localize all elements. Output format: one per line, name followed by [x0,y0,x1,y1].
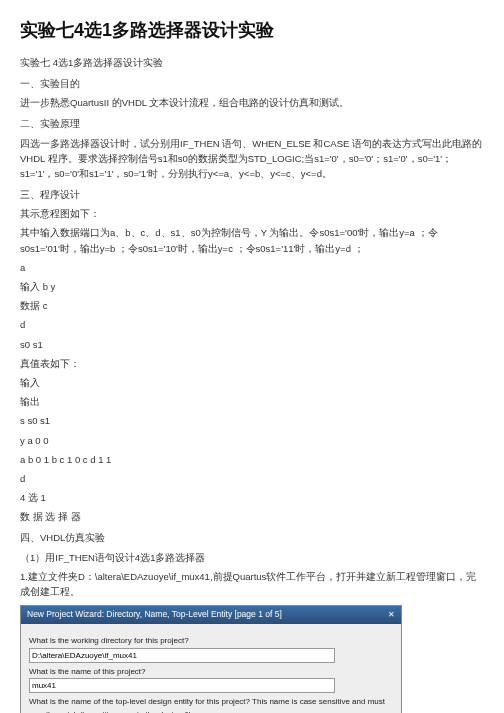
page-title: 实验七4选1多路选择器设计实验 [20,16,484,45]
text-line: s0 s1 [20,337,484,352]
wizard-name-input[interactable] [29,678,335,693]
text-line: d [20,471,484,486]
text-line: y a 0 0 [20,433,484,448]
text-line: （1）用IF_THEN语句设计4选1多路选择器 [20,550,484,565]
section-heading: 三、程序设计 [20,187,484,202]
wizard-label: What is the name of this project? [29,666,393,679]
text-line: 输出 [20,394,484,409]
text-line: 输入 b y [20,279,484,294]
text-line: s s0 s1 [20,413,484,428]
text-line: 实验七 4选1多路选择器设计实验 [20,55,484,70]
text-line: 真值表如下： [20,356,484,371]
wizard-title-text: New Project Wizard: Directory, Name, Top… [27,608,282,622]
text-line: 数据 c [20,298,484,313]
text-line: 1.建立文件夹D：\altera\EDAzuoye\if_mux41,前提Qua… [20,569,484,599]
wizard-titlebar: New Project Wizard: Directory, Name, Top… [21,606,401,624]
text-line: d [20,317,484,332]
text-line: a b 0 1 b c 1 0 c d 1 1 [20,452,484,467]
text-line: 数 据 选 择 器 [20,509,484,524]
section-heading: 一、实验目的 [20,76,484,91]
wizard-label: What is the working directory for this p… [29,635,393,648]
text-line: 输入 [20,375,484,390]
wizard-dir-input[interactable] [29,648,335,663]
wizard-screenshot: New Project Wizard: Directory, Name, Top… [20,605,402,713]
text-line: 四选一多路选择器设计时，试分别用IF_THEN 语句、WHEN_ELSE 和CA… [20,136,484,182]
text-line: 其中输入数据端口为a、b、c、d、s1、s0为控制信号，Y 为输出。令s0s1=… [20,225,484,255]
wizard-label: What is the name of the top-level design… [29,696,393,713]
text-line: a [20,260,484,275]
close-icon: ✕ [388,609,395,622]
text-line: 4 选 1 [20,490,484,505]
text-line: 其示意程图如下： [20,206,484,221]
section-heading: 四、VHDL仿真实验 [20,530,484,545]
section-heading: 二、实验原理 [20,116,484,131]
text-line: 进一步熟悉QuartusII 的VHDL 文本设计流程，组合电路的设计仿真和测试… [20,95,484,110]
